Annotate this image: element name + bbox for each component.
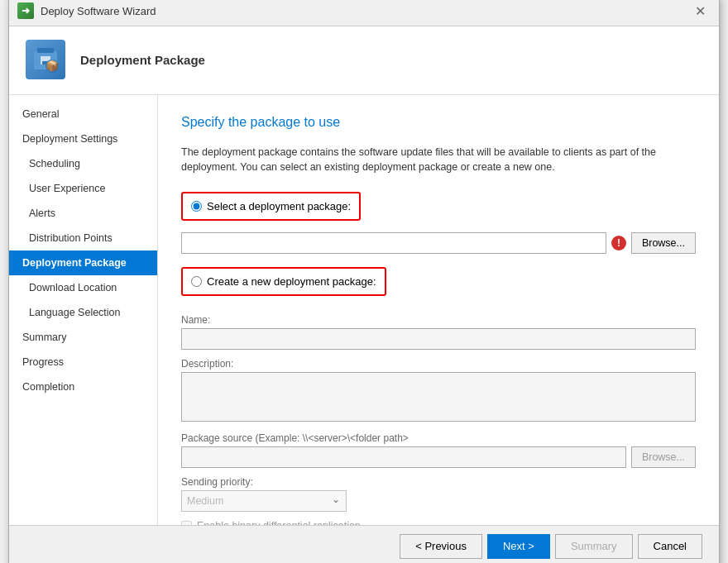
svg-rect-1 [37,48,54,53]
sidebar: General Deployment Settings Scheduling U… [9,95,158,525]
sidebar-item-scheduling[interactable]: Scheduling [9,151,157,176]
create-option-box: Create a new deployment package: [181,267,386,296]
sidebar-item-download-location[interactable]: Download Location [9,275,157,300]
next-button[interactable]: Next > [487,534,550,559]
binary-diff-row: Enable binary differential replication [181,520,696,525]
description-textarea [181,372,696,422]
sidebar-item-user-experience[interactable]: User Experience [9,176,157,201]
window-title: Deploy Software Wizard [41,5,156,17]
sending-priority-select: Medium [181,490,347,512]
sidebar-item-language-selection[interactable]: Language Selection [9,300,157,325]
sidebar-item-progress[interactable]: Progress [9,350,157,375]
package-source-input [181,446,626,468]
sidebar-item-distribution-points[interactable]: Distribution Points [9,226,157,250]
error-icon: ! [611,236,626,250]
package-source-row: Browse... [181,446,696,468]
title-bar-left: ➜ Deploy Software Wizard [17,2,156,19]
header-icon-img: 📦 [26,40,65,79]
summary-button[interactable]: Summary [555,534,633,559]
binary-diff-label: Enable binary differential replication [197,520,361,525]
sidebar-item-deployment-package[interactable]: Deployment Package [9,250,157,275]
create-option-group: Create a new deployment package: Name: D… [181,267,696,525]
sidebar-item-deployment-settings[interactable]: Deployment Settings [9,126,157,151]
wizard-window: ➜ Deploy Software Wizard ✕ 📦 Deployment … [8,0,720,563]
select-deployment-radio[interactable] [191,201,202,212]
select-option-box: Select a deployment package: [181,192,361,221]
sidebar-item-alerts[interactable]: Alerts [9,201,157,226]
header-title: Deployment Package [80,53,205,67]
create-deployment-label: Create a new deployment package: [207,275,376,288]
header-section: 📦 Deployment Package [9,26,719,95]
footer: < Previous Next > Summary Cancel [9,525,719,564]
sidebar-item-general[interactable]: General [9,102,157,126]
app-icon: ➜ [17,2,34,19]
sidebar-item-summary[interactable]: Summary [9,325,157,350]
create-deployment-radio-label[interactable]: Create a new deployment package: [191,275,376,288]
package-source-label: Package source (Example: \\<server>\<fol… [181,432,696,444]
browse-source-button: Browse... [631,446,696,468]
select-deployment-radio-label[interactable]: Select a deployment package: [191,200,351,212]
previous-button[interactable]: < Previous [400,534,482,559]
select-deployment-label: Select a deployment package: [207,200,351,212]
title-bar: ➜ Deploy Software Wizard ✕ [9,0,719,26]
header-icon-container: 📦 [26,40,67,81]
description-text: The deployment package contains the soft… [181,145,696,176]
select-option-group: Select a deployment package: ! Browse... [181,192,696,254]
main-content: Specify the package to use The deploymen… [158,95,719,525]
select-package-input[interactable] [181,232,606,254]
binary-diff-checkbox [181,521,192,525]
sending-priority-label: Sending priority: [181,476,696,488]
create-fields: Name: Description: Package source (Examp… [181,314,696,525]
content-area: General Deployment Settings Scheduling U… [9,95,719,525]
sending-priority-group: Sending priority: Medium [181,476,696,512]
name-input [181,328,696,350]
name-label: Name: [181,314,696,326]
close-button[interactable]: ✕ [690,2,711,21]
create-deployment-radio[interactable] [191,276,202,287]
browse-button[interactable]: Browse... [631,232,696,254]
sending-priority-wrapper: Medium [181,490,347,512]
page-title: Specify the package to use [181,115,696,130]
cancel-button[interactable]: Cancel [638,534,702,559]
description-label: Description: [181,358,696,370]
sidebar-item-completion[interactable]: Completion [9,375,157,399]
select-package-input-row: ! Browse... [181,232,696,254]
svg-text:📦: 📦 [46,59,60,73]
